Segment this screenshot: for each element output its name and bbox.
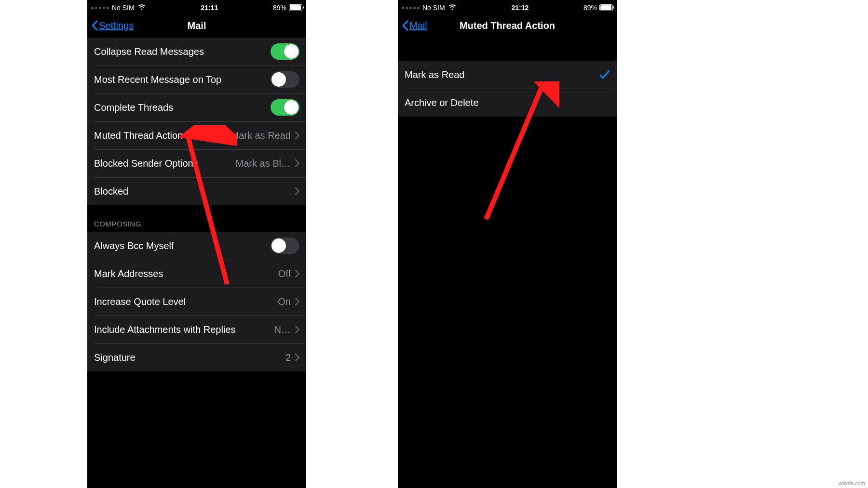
row-collapse-read[interactable]: Collapse Read Messages: [87, 38, 306, 66]
row-most-recent-top[interactable]: Most Recent Message on Top: [87, 66, 306, 93]
status-right: 89%: [583, 4, 613, 12]
row-label: Increase Quote Level: [94, 296, 278, 307]
status-right: 89%: [273, 4, 302, 12]
row-label: Muted Thread Action: [94, 130, 231, 141]
back-label: Mail: [409, 20, 427, 31]
row-complete-threads[interactable]: Complete Threads: [87, 93, 306, 121]
row-label: Signature: [94, 352, 285, 363]
row-always-bcc[interactable]: Always Bcc Myself: [87, 232, 306, 260]
signal-bars-icon: [402, 7, 420, 9]
section-header-composing: COMPOSING: [87, 205, 306, 232]
chevron-right-icon: [295, 132, 299, 139]
row-label: Mark Addresses: [94, 268, 278, 279]
status-bar: No SIM 21:11 89%: [87, 2, 306, 13]
wifi-icon: [137, 4, 146, 12]
battery-pct: 89%: [583, 4, 597, 12]
battery-icon: [599, 4, 613, 11]
chevron-right-icon: [295, 270, 299, 277]
watermark: wsxdn.com: [839, 480, 865, 486]
back-button[interactable]: Settings: [91, 20, 134, 31]
option-label: Mark as Read: [405, 69, 599, 80]
option-archive-delete[interactable]: Archive or Delete: [398, 89, 617, 117]
clock: 21:11: [201, 4, 218, 12]
toggle-off-icon[interactable]: [271, 71, 299, 88]
chevron-right-icon: [295, 159, 299, 167]
carrier-label: No SIM: [112, 4, 135, 12]
nav-bar: Settings Mail: [87, 13, 306, 38]
wifi-icon: [448, 4, 457, 12]
row-detail: On: [278, 296, 291, 307]
row-label: Blocked: [94, 186, 295, 197]
signal-bars-icon: [91, 7, 109, 9]
row-detail: N…: [274, 324, 291, 335]
chevron-right-icon: [295, 298, 299, 305]
nav-bar: Mail Muted Thread Action: [398, 13, 617, 38]
toggle-off-icon[interactable]: [271, 237, 299, 254]
battery-pct: 89%: [273, 4, 286, 12]
back-button[interactable]: Mail: [402, 20, 427, 31]
phone-right: No SIM 21:12 89% Mail Muted Thread Actio…: [398, 0, 617, 488]
page-title: Muted Thread Action: [398, 20, 617, 31]
status-left: No SIM: [91, 4, 146, 12]
option-label: Archive or Delete: [405, 97, 610, 108]
row-blocked[interactable]: Blocked: [87, 177, 306, 205]
row-include-attachments[interactable]: Include Attachments with Replies N…: [87, 316, 306, 343]
row-label: Complete Threads: [94, 102, 271, 113]
row-muted-thread-action[interactable]: Muted Thread Action Mark as Read: [87, 121, 306, 149]
row-label: Always Bcc Myself: [94, 240, 271, 251]
status-left: No SIM: [402, 4, 457, 12]
row-blocked-sender-options[interactable]: Blocked Sender Options Mark as Bl…: [87, 149, 306, 177]
battery-icon: [289, 4, 302, 11]
carrier-label: No SIM: [422, 4, 445, 12]
status-bar: No SIM 21:12 89%: [398, 2, 617, 13]
chevron-right-icon: [295, 187, 299, 195]
toggle-on-icon[interactable]: [271, 99, 299, 116]
row-label: Include Attachments with Replies: [94, 324, 274, 335]
row-mark-addresses[interactable]: Mark Addresses Off: [87, 260, 306, 288]
row-label: Most Recent Message on Top: [94, 74, 271, 85]
checkmark-icon: [599, 70, 610, 79]
row-detail: Mark as Read: [231, 130, 291, 141]
row-detail: Mark as Bl…: [236, 158, 291, 169]
clock: 21:12: [511, 4, 529, 12]
toggle-on-icon[interactable]: [271, 43, 299, 60]
back-label: Settings: [99, 20, 134, 31]
row-detail: Off: [278, 268, 291, 279]
chevron-right-icon: [295, 326, 299, 333]
phone-left: No SIM 21:11 89% Settings Mail Collapse …: [87, 0, 306, 488]
row-label: Collapse Read Messages: [94, 46, 271, 57]
option-mark-as-read[interactable]: Mark as Read: [398, 61, 617, 89]
chevron-right-icon: [295, 354, 299, 361]
row-signature[interactable]: Signature 2: [87, 343, 306, 371]
row-label: Blocked Sender Options: [94, 158, 236, 169]
row-increase-quote[interactable]: Increase Quote Level On: [87, 288, 306, 316]
row-detail: 2: [285, 352, 291, 363]
